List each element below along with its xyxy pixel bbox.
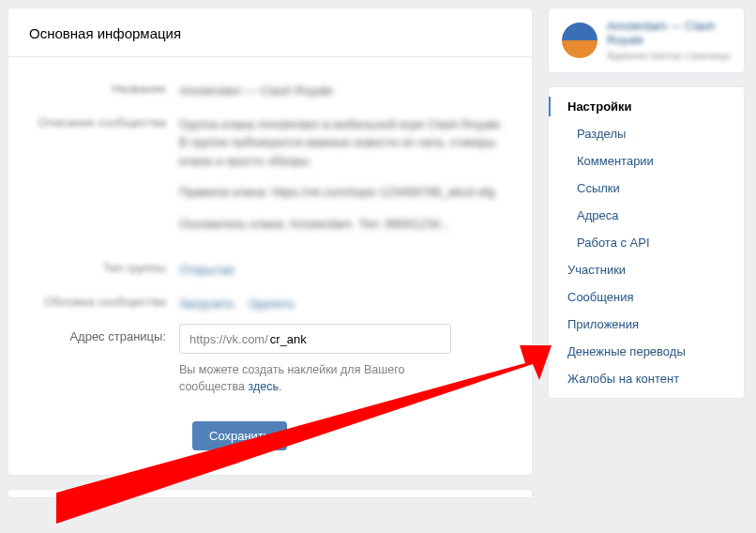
value-cover: Загрузить Удалить bbox=[179, 289, 511, 313]
settings-nav: Настройки Разделы Комментарии Ссылки Адр… bbox=[548, 86, 745, 399]
label-address: Адрес страницы: bbox=[29, 324, 179, 343]
url-prefix: https://vk.com/ bbox=[180, 332, 270, 346]
nav-messages[interactable]: Сообщения bbox=[549, 283, 744, 311]
nav-api[interactable]: Работа с API bbox=[549, 229, 744, 256]
nav-members[interactable]: Участники bbox=[549, 256, 744, 283]
label-cover: Обложка сообщества bbox=[29, 289, 179, 309]
cover-delete-link[interactable]: Удалить bbox=[249, 297, 295, 311]
url-slug-field[interactable] bbox=[270, 325, 450, 353]
cover-upload-link[interactable]: Загрузить bbox=[179, 297, 234, 311]
settings-form: Название Amsterdam — Clash Royale Описан… bbox=[8, 57, 532, 475]
value-address: https://vk.com/ Вы можете создать наклей… bbox=[179, 324, 511, 395]
nav-transfers[interactable]: Денежные переводы bbox=[549, 338, 744, 365]
save-button[interactable]: Сохранить bbox=[192, 421, 287, 450]
label-name: Название bbox=[29, 76, 179, 96]
avatar bbox=[562, 23, 597, 58]
nav-links[interactable]: Ссылки bbox=[549, 175, 744, 202]
community-profile-card[interactable]: Amsterdam — Clash Royale Администратор с… bbox=[548, 8, 745, 73]
main-settings-card: Основная информация Название Amsterdam —… bbox=[8, 8, 533, 476]
nav-comments[interactable]: Комментарии bbox=[549, 147, 744, 175]
stickers-hint: Вы можете создать наклейки для Вашего со… bbox=[179, 361, 461, 395]
page-url-input[interactable]: https://vk.com/ bbox=[179, 324, 451, 354]
stickers-here-link[interactable]: здесь bbox=[248, 380, 278, 393]
community-role: Администратор страницы bbox=[607, 50, 731, 61]
value-desc[interactable]: Группа клана Amsterdam в мобильной игре … bbox=[179, 110, 511, 247]
nav-addresses[interactable]: Адреса bbox=[549, 202, 744, 229]
page-title: Основная информация bbox=[8, 8, 532, 57]
nav-reports[interactable]: Жалобы на контент bbox=[549, 365, 744, 392]
label-type: Тип группы bbox=[29, 255, 179, 275]
next-section-card-top bbox=[8, 489, 533, 498]
nav-settings[interactable]: Настройки bbox=[549, 93, 744, 120]
nav-sections[interactable]: Разделы bbox=[549, 120, 744, 147]
community-name: Amsterdam — Clash Royale bbox=[607, 20, 731, 48]
value-type[interactable]: Открытая bbox=[179, 255, 511, 280]
value-name[interactable]: Amsterdam — Clash Royale bbox=[179, 76, 511, 100]
label-desc: Описание сообщества bbox=[29, 110, 179, 129]
nav-apps[interactable]: Приложения bbox=[549, 311, 744, 338]
